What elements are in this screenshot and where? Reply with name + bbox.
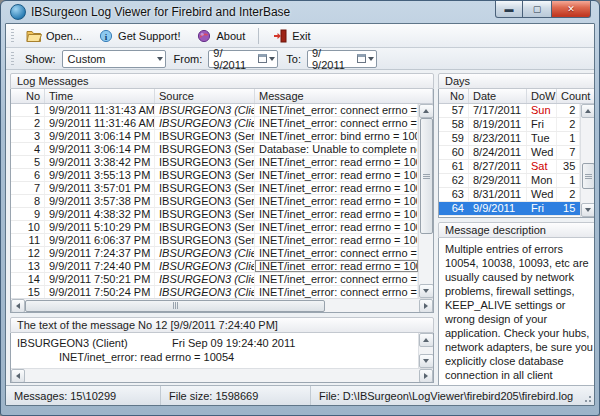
scroll-up-button[interactable] bbox=[419, 333, 434, 347]
log-cell-source: IBSURGEON3 (Client) bbox=[155, 286, 255, 298]
log-col-source[interactable]: Source bbox=[155, 89, 255, 103]
log-table-row[interactable]: 19/9/2011 11:31:43 AMIBSURGEON3 (Client)… bbox=[11, 104, 418, 117]
log-table-row[interactable]: 149/9/2011 7:50:21 PMIBSURGEON3 (Client)… bbox=[11, 273, 418, 286]
exit-button[interactable]: Exit bbox=[265, 26, 317, 46]
scrollbar-thumb[interactable] bbox=[25, 300, 325, 312]
day-cell-no: 57 bbox=[439, 104, 469, 117]
log-vertical-scrollbar[interactable] bbox=[418, 104, 433, 298]
scrollbar-track[interactable] bbox=[419, 347, 434, 354]
log-table-row[interactable]: 99/9/2011 4:38:32 PMIBSURGEON3 (Server)I… bbox=[11, 208, 418, 221]
day-cell-no: 60 bbox=[439, 146, 469, 159]
days-table-row[interactable]: 598/23/2011Tue1 bbox=[439, 132, 580, 146]
exit-icon bbox=[272, 29, 288, 43]
days-table-row[interactable]: 577/17/2011Sun2 bbox=[439, 104, 580, 118]
day-cell-dow: Tue bbox=[527, 132, 557, 145]
log-cell-source: IBSURGEON3 (Client) bbox=[155, 273, 255, 285]
scrollbar-thumb[interactable] bbox=[582, 163, 594, 189]
log-table-row[interactable]: 69/9/2011 3:55:13 PMIBSURGEON3 (Server)I… bbox=[11, 169, 418, 182]
log-table-body: 19/9/2011 11:31:43 AMIBSURGEON3 (Client)… bbox=[11, 104, 418, 298]
log-cell-message: INET/inet_error: connect errno = 10061 bbox=[255, 247, 418, 259]
day-cell-date: 8/19/2011 bbox=[469, 118, 527, 131]
days-table-row[interactable]: 649/9/2011Fri15 bbox=[439, 202, 580, 216]
message-text-title: The text of the message No 12 [9/9/2011 … bbox=[10, 317, 434, 333]
maximize-button[interactable]: ▢ bbox=[523, 1, 551, 18]
day-cell-dow: Fri bbox=[527, 118, 557, 131]
days-table-row[interactable]: 618/27/2011Sat35 bbox=[439, 160, 580, 174]
log-cell-message: INET/inet_error: read errno = 10054 bbox=[255, 195, 418, 207]
days-col-date[interactable]: Date bbox=[469, 89, 527, 103]
scrollbar-thumb[interactable] bbox=[420, 118, 433, 234]
filter-bar: Show: Custom From: 9/ 9/2011 To: 9/ 9/20… bbox=[6, 48, 594, 70]
scrollbar-track[interactable] bbox=[581, 189, 594, 203]
from-label: From: bbox=[174, 53, 203, 65]
log-panel-title: Log Messages bbox=[10, 73, 434, 89]
scrollbar-track[interactable] bbox=[581, 118, 594, 163]
log-table-row[interactable]: 89/9/2011 3:57:38 PMIBSURGEON3 (Server)I… bbox=[11, 195, 418, 208]
get-support-button[interactable]: i Get Support! bbox=[91, 26, 187, 46]
log-col-time[interactable]: Time bbox=[45, 89, 155, 103]
days-table-row[interactable]: 588/19/2011Fri2 bbox=[439, 118, 580, 132]
days-col-dow[interactable]: DoW bbox=[527, 89, 557, 103]
log-horizontal-scrollbar[interactable] bbox=[11, 298, 433, 312]
log-col-message[interactable]: Message bbox=[255, 89, 433, 103]
log-table-row[interactable]: 109/9/2011 5:10:29 PMIBSURGEON3 (Server)… bbox=[11, 221, 418, 234]
minimize-button[interactable]: ▬ bbox=[495, 1, 523, 18]
log-table-row[interactable]: 139/9/2011 7:24:40 PMIBSURGEON3 (Client)… bbox=[11, 260, 418, 273]
log-table-row[interactable]: 49/9/2011 3:06:14 PMIBSURGEON3 (Server)D… bbox=[11, 143, 418, 156]
log-table-row[interactable]: 129/9/2011 7:24:37 PMIBSURGEON3 (Client)… bbox=[11, 247, 418, 260]
log-cell-message: INET/inet_error: connect errno = 10061 bbox=[255, 117, 418, 129]
log-table-row[interactable]: 159/9/2011 7:50:24 PMIBSURGEON3 (Client)… bbox=[11, 286, 418, 298]
scroll-up-button[interactable] bbox=[581, 104, 594, 118]
log-cell-no: 7 bbox=[11, 182, 45, 194]
day-cell-count: 2 bbox=[557, 118, 580, 131]
to-date-input[interactable]: 9/ 9/2011 bbox=[307, 50, 377, 68]
scroll-left-button[interactable] bbox=[11, 299, 25, 313]
log-table-row[interactable]: 59/9/2011 3:38:42 PMIBSURGEON3 (Server)I… bbox=[11, 156, 418, 169]
window-title: IBSurgeon Log Viewer for Firebird and In… bbox=[31, 5, 290, 19]
from-date-input[interactable]: 9/ 9/2011 bbox=[208, 50, 278, 68]
message-description-panel: Message description Multiple entries of … bbox=[438, 222, 594, 385]
log-col-no[interactable]: No bbox=[11, 89, 45, 103]
days-col-no[interactable]: No bbox=[439, 89, 469, 103]
close-button[interactable]: ✕ bbox=[551, 1, 591, 18]
log-cell-no: 4 bbox=[11, 143, 45, 155]
toolbar-grip[interactable] bbox=[11, 29, 14, 43]
scroll-up-button[interactable] bbox=[419, 104, 434, 118]
days-vertical-scrollbar[interactable] bbox=[580, 104, 594, 217]
day-cell-date: 8/31/2011 bbox=[469, 188, 527, 201]
scrollbar-track[interactable] bbox=[25, 369, 419, 383]
log-table-row[interactable]: 29/9/2011 11:31:46 AMIBSURGEON3 (Client)… bbox=[11, 117, 418, 130]
message-vertical-scrollbar[interactable] bbox=[418, 333, 433, 368]
log-table-row[interactable]: 79/9/2011 3:57:01 PMIBSURGEON3 (Server)I… bbox=[11, 182, 418, 195]
days-table-row[interactable]: 638/31/2011Wed2 bbox=[439, 188, 580, 202]
app-window: IBSurgeon Log Viewer for Firebird and In… bbox=[0, 0, 600, 416]
log-cell-source: IBSURGEON3 (Server) bbox=[155, 195, 255, 207]
log-cell-message: INET/inet_error: connect errno = 10061 bbox=[255, 286, 418, 298]
log-table-row[interactable]: 39/9/2011 3:06:14 PMIBSURGEON3 (Server)I… bbox=[11, 130, 418, 143]
days-table-row[interactable]: 608/24/2011Wed7 bbox=[439, 146, 580, 160]
log-cell-no: 5 bbox=[11, 156, 45, 168]
log-table-row[interactable]: 119/9/2011 6:06:37 PMIBSURGEON3 (Server)… bbox=[11, 234, 418, 247]
about-button[interactable]: About bbox=[189, 26, 252, 46]
scrollbar-track[interactable] bbox=[419, 234, 434, 284]
scrollbar-track[interactable] bbox=[325, 299, 419, 313]
scroll-right-button[interactable] bbox=[419, 369, 433, 383]
log-cell-time: 9/9/2011 7:50:21 PM bbox=[45, 273, 155, 285]
scroll-left-button[interactable] bbox=[11, 369, 25, 383]
message-horizontal-scrollbar[interactable] bbox=[11, 368, 433, 382]
scroll-down-button[interactable] bbox=[419, 354, 434, 368]
filterbar-grip[interactable] bbox=[11, 52, 14, 66]
chevron-down-icon bbox=[368, 57, 374, 61]
scroll-down-button[interactable] bbox=[581, 203, 594, 217]
show-select[interactable]: Custom bbox=[62, 50, 166, 68]
log-cell-message: INET/inet_error: read errno = 10054 bbox=[255, 182, 418, 194]
resize-grip[interactable] bbox=[582, 393, 592, 403]
scroll-right-button[interactable] bbox=[419, 299, 433, 313]
scroll-down-button[interactable] bbox=[419, 284, 434, 298]
open-button[interactable]: Open... bbox=[19, 26, 89, 46]
days-col-count[interactable]: Count bbox=[557, 89, 594, 103]
log-cell-time: 9/9/2011 3:55:13 PM bbox=[45, 169, 155, 181]
days-table-row[interactable]: 628/29/2011Mon1 bbox=[439, 174, 580, 188]
log-cell-message: INET/inet_error: read errno = 10054 bbox=[255, 208, 418, 220]
day-cell-date: 7/17/2011 bbox=[469, 104, 527, 117]
